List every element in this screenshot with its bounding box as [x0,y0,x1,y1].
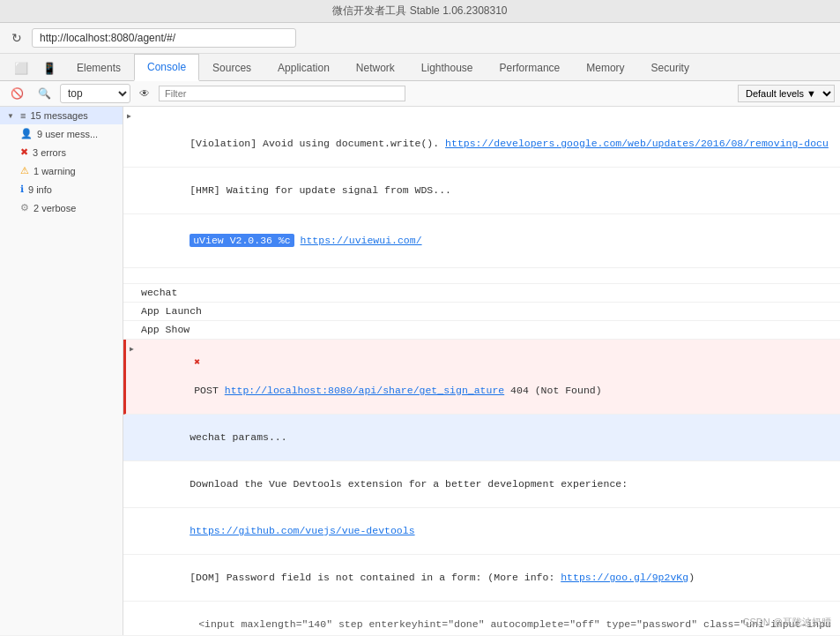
expand-icon-error [7,148,16,157]
sidebar-label-messages: 15 messages [30,110,87,121]
log-entry-error-sign: ✖ POST http://localhost:8080/api/share/g… [123,340,840,415]
sidebar-item-all-messages[interactable]: ≡ 15 messages [0,107,123,124]
filter-button[interactable]: 🔍 [33,85,56,102]
tab-sources[interactable]: Sources [199,55,264,80]
log-entry-vue-devtools: Download the Vue Devtools extension for … [123,461,840,508]
clear-console-button[interactable]: 🚫 [5,85,29,102]
log-entry-app-launch: App Launch [123,303,840,321]
uview-link[interactable]: https://uviewui.com/ [301,235,422,246]
devtools-container: ⬜ 📱 Elements Console Sources Application… [0,54,840,635]
tab-application[interactable]: Application [264,55,343,80]
sidebar-label-verbose: 2 verbose [33,203,76,213]
title-bar: 微信开发者工具 Stable 1.06.2308310 [0,0,840,23]
log-entry-dom-input: <input maxlength="140" step enterkeyhint… [123,602,840,635]
uview-badge: uView V2.0.36 %c [190,234,294,247]
error-icon: ✖ [194,356,200,368]
log-entry-vue-devtools-link: https://github.com/vuejs/vue-devtools [123,508,840,555]
console-sidebar: ≡ 15 messages 👤 9 user mess... ✖ 3 error… [0,107,123,635]
expand-icon [7,111,16,120]
sidebar-item-errors[interactable]: ✖ 3 errors [0,143,123,161]
log-entry-wechat: wechat [123,284,840,303]
tab-elements[interactable]: Elements [63,55,134,80]
tab-lighthouse[interactable]: Lighthouse [408,55,487,80]
log-entry-empty [123,268,840,284]
context-select[interactable]: top [60,84,130,103]
vue-devtools-link[interactable]: https://github.com/vuejs/vue-devtools [190,525,414,536]
inspect-button[interactable]: ⬜ [7,56,35,80]
log-entry-dom-password: [DOM] Password field is not contained in… [123,555,840,602]
console-toolbar: 🚫 🔍 top 👁 Default levels ▼ [0,81,840,107]
sidebar-label-warnings: 1 warning [33,166,76,176]
log-entry-app-show: App Show [123,321,840,340]
url-input[interactable] [32,28,296,48]
sidebar-label-info: 9 info [28,184,52,195]
console-main[interactable]: [Violation] Avoid using document.write()… [123,107,840,635]
device-button[interactable]: 📱 [35,56,63,80]
log-entry-violation: [Violation] Avoid using document.write()… [123,107,840,168]
sidebar-item-user-messages[interactable]: 👤 9 user mess... [0,124,123,143]
sidebar-item-warnings[interactable]: ⚠ 1 warning [0,161,123,180]
address-bar: ↻ [0,23,840,54]
violation-link[interactable]: https://developers.google.com/web/update… [445,138,829,149]
sidebar-label-user: 9 user mess... [37,129,98,139]
log-entry-uview: uView V2.0.36 %c https://uviewui.com/ [123,214,840,268]
log-entry-hmr: [HMR] Waiting for update signal from WDS… [123,168,840,214]
filter-input[interactable] [159,86,405,101]
levels-select[interactable]: Default levels ▼ [738,85,835,102]
sidebar-item-info[interactable]: ℹ 9 info [0,180,123,198]
tab-network[interactable]: Network [343,55,408,80]
expand-icon-verbose [7,204,16,213]
console-body: ≡ 15 messages 👤 9 user mess... ✖ 3 error… [0,107,840,635]
tab-memory[interactable]: Memory [573,55,637,80]
reload-button[interactable]: ↻ [9,30,25,46]
title-text: 微信开发者工具 Stable 1.06.2308310 [332,4,507,17]
sidebar-item-verbose[interactable]: ⚙ 2 verbose [0,198,123,217]
tab-console[interactable]: Console [134,54,199,81]
expand-icon-warning [7,167,16,176]
tab-security[interactable]: Security [638,55,702,80]
expand-icon-info [7,185,16,194]
tabs-bar: ⬜ 📱 Elements Console Sources Application… [0,54,840,81]
eye-button[interactable]: 👁 [134,85,155,102]
tab-performance[interactable]: Performance [487,55,574,80]
sidebar-label-errors: 3 errors [33,147,66,158]
expand-icon-user [7,130,16,138]
dom-link[interactable]: https://goo.gl/9p2vKg [561,572,688,583]
error-sign-link[interactable]: http://localhost:8080/api/share/get_sign… [225,385,504,396]
log-entry-wechat-params: wechat params... [123,415,840,461]
